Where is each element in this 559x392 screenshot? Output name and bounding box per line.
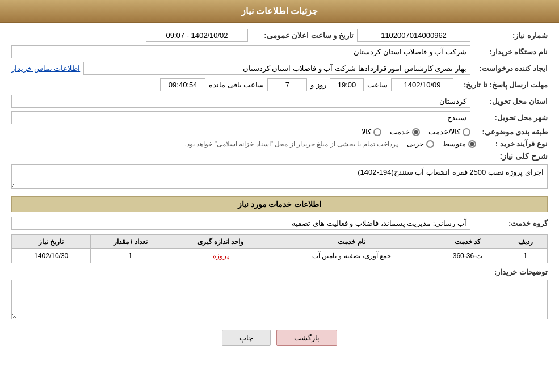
shomara-label: شماره نیاز:: [474, 31, 548, 40]
name-darkhast-label: نام دستگاه خریدار:: [474, 48, 548, 56]
cell-name: جمع آوری، تصفیه و تامین آب: [271, 249, 432, 263]
process-desc: پرداخت تمام یا بخشی از مبلغ خریدار از مح…: [185, 140, 398, 148]
deadline-time-label: ساعت: [367, 81, 388, 89]
services-section-title: اطلاعات خدمات مورد نیاز: [11, 196, 548, 212]
creator-label: ایجاد کننده درخواست:: [474, 64, 548, 73]
deadline-date: 1402/10/09: [391, 78, 453, 91]
col-count: تعداد / مقدار: [91, 235, 170, 249]
description-textarea[interactable]: اجرای پروژه نصب 2500 فقره انشعاب آب سنند…: [11, 164, 548, 189]
category-kala-khadamat-label: کالا/خدمت: [428, 128, 460, 136]
category-kala-khadamat-item[interactable]: کالا/خدمت: [428, 128, 470, 136]
name-darkhast-value: شرکت آب و فاضلاب استان کردستان: [11, 45, 470, 58]
col-name: نام خدمت: [271, 235, 432, 249]
process-jazei-radio[interactable]: [426, 140, 434, 148]
process-jazei-item[interactable]: جزیی: [407, 140, 434, 148]
col-code: کد خدمت: [432, 235, 503, 249]
deadline-remaining-label: ساعت باقی مانده: [209, 81, 264, 89]
creator-link[interactable]: اطلاعات تماس خریدار: [11, 64, 80, 73]
print-button[interactable]: چاپ: [222, 330, 271, 346]
main-content: شماره نیاز: 1102007014000962 تاریخ و ساع…: [0, 23, 559, 360]
announce-datetime-value: 1402/10/02 - 09:07: [146, 29, 248, 42]
service-group-label: گروه خدمت:: [474, 219, 548, 227]
row-creator: ایجاد کننده درخواست: بهار نصری کارشناس ا…: [11, 62, 548, 75]
city-value: سنندج: [11, 111, 470, 124]
category-khadamat-radio[interactable]: [412, 128, 420, 136]
cell-radif: 1: [503, 249, 548, 263]
description-section-label: شرح کلی نیاز:: [480, 151, 548, 161]
row-name-darkhast: نام دستگاه خریدار: شرکت آب و فاضلاب استا…: [11, 45, 548, 58]
back-button[interactable]: بازگشت: [276, 330, 337, 346]
row-city: شهر محل تحویل: سنندج: [11, 111, 548, 124]
page-container: جزئیات اطلاعات نیاز شماره نیاز: 11020070…: [0, 0, 559, 392]
buyer-desc-wrapper: [11, 280, 548, 321]
category-kala-item[interactable]: کالا: [362, 128, 381, 136]
row-province: استان محل تحویل: کردستان: [11, 95, 548, 108]
category-khadamat-item[interactable]: خدمت: [390, 128, 420, 136]
deadline-label: مهلت ارسال پاسخ: تا تاریخ:: [457, 81, 548, 89]
process-jazei-label: جزیی: [407, 140, 424, 148]
shomara-value: 1102007014000962: [357, 29, 470, 42]
province-value: کردستان: [11, 95, 470, 108]
cell-unit: پروژه: [170, 249, 271, 263]
process-motavaset-radio[interactable]: [468, 140, 476, 148]
row-deadline: مهلت ارسال پاسخ: تا تاریخ: 1402/10/09 سا…: [11, 78, 548, 91]
cell-count: 1: [91, 249, 170, 263]
row-buyer-desc: توضیحات خریدار:: [11, 268, 548, 276]
cell-code: ت-36-360: [432, 249, 503, 263]
deadline-day-label: روز و: [310, 81, 326, 89]
announce-datetime-label: تاریخ و ساعت اعلان عمومی:: [251, 31, 354, 40]
creator-value: بهار نصری کارشناس امور قراردادها شرکت آب…: [83, 62, 470, 75]
deadline-day: 7: [267, 78, 307, 91]
services-table: ردیف کد خدمت نام خدمت واحد اندازه گیری ت…: [11, 234, 548, 263]
buyer-desc-textarea[interactable]: [11, 280, 548, 319]
deadline-remaining: 09:40:54: [160, 78, 205, 91]
row-process: نوع فرآیند خرید : متوسط جزیی پرداخت تمام…: [11, 140, 548, 148]
process-motavaset-label: متوسط: [443, 140, 466, 148]
category-kala-khadamat-radio[interactable]: [463, 128, 470, 136]
col-radif: ردیف: [503, 235, 548, 249]
row-shomara: شماره نیاز: 1102007014000962 تاریخ و ساع…: [11, 29, 548, 42]
category-kala-label: کالا: [362, 128, 371, 136]
deadline-time: 19:00: [330, 78, 364, 91]
row-description-label: شرح کلی نیاز:: [11, 151, 548, 161]
buttons-row: بازگشت چاپ: [11, 330, 548, 346]
category-label: طبقه بندی موضوعی:: [474, 128, 548, 136]
service-group-value: آب رسانی: مدیریت پسماند، فاضلاب و فعالیت…: [11, 217, 470, 230]
page-header: جزئیات اطلاعات نیاز: [0, 0, 559, 23]
buyer-desc-label: توضیحات خریدار:: [480, 268, 548, 276]
category-khadamat-label: خدمت: [390, 128, 410, 136]
cell-date: 1402/10/30: [12, 249, 91, 263]
process-motavaset-item[interactable]: متوسط: [443, 140, 476, 148]
table-row: 1ت-36-360جمع آوری، تصفیه و تامین آبپروژه…: [12, 249, 548, 263]
process-radio-group: متوسط جزیی: [407, 140, 476, 148]
city-label: شهر محل تحویل:: [474, 113, 548, 122]
col-unit: واحد اندازه گیری: [170, 235, 271, 249]
col-date: تاریخ نیاز: [12, 235, 91, 249]
page-title: جزئیات اطلاعات نیاز: [241, 6, 318, 16]
row-service-group: گروه خدمت: آب رسانی: مدیریت پسماند، فاضل…: [11, 217, 548, 230]
category-kala-radio[interactable]: [373, 128, 381, 136]
row-category: طبقه بندی موضوعی: کالا/خدمت خدمت کالا: [11, 128, 548, 136]
province-label: استان محل تحویل:: [474, 97, 548, 106]
process-label: نوع فرآیند خرید :: [480, 140, 548, 148]
category-radio-group: کالا/خدمت خدمت کالا: [362, 128, 470, 136]
description-wrapper: اجرای پروژه نصب 2500 فقره انشعاب آب سنند…: [11, 164, 548, 191]
